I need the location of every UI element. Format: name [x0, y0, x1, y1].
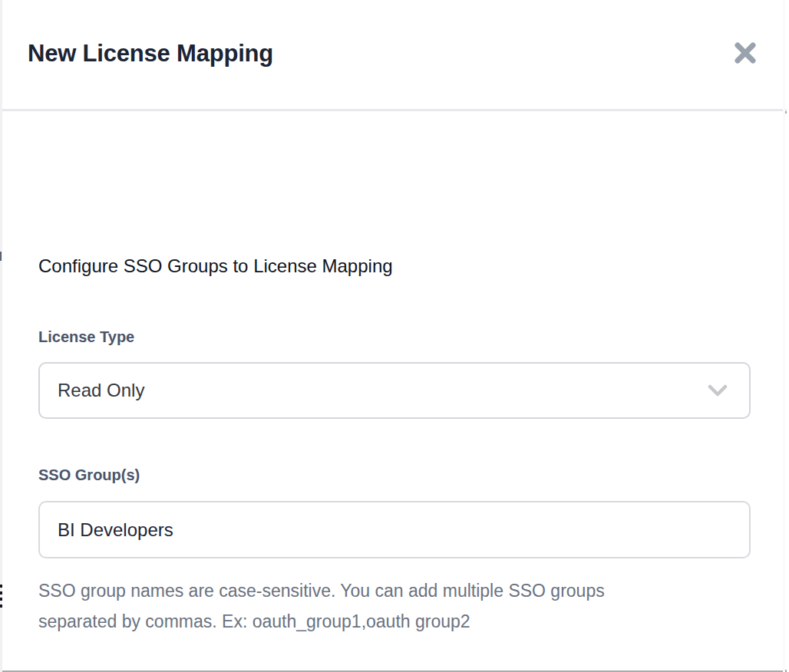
sso-groups-help-text: SSO group names are case-sensitive. You … — [38, 575, 679, 637]
close-icon — [734, 41, 757, 64]
chevron-down-icon — [708, 384, 728, 397]
license-type-label: License Type — [38, 328, 134, 346]
modal-right-gutter — [783, 0, 785, 672]
new-license-mapping-modal: New License Mapping Configure SSO Groups… — [2, 0, 787, 672]
license-type-selected-value: Read Only — [58, 380, 708, 401]
sso-groups-input[interactable] — [38, 501, 751, 558]
modal-title: New License Mapping — [28, 40, 273, 68]
modal-body: Configure SSO Groups to License Mapping … — [2, 114, 787, 670]
license-type-select[interactable]: Read Only — [38, 362, 751, 419]
modal-subtitle: Configure SSO Groups to License Mapping — [38, 255, 393, 277]
background-clipped-element — [0, 252, 2, 261]
close-button[interactable] — [733, 41, 758, 65]
sso-groups-label: SSO Group(s) — [38, 466, 140, 484]
modal-header: New License Mapping — [2, 0, 787, 111]
